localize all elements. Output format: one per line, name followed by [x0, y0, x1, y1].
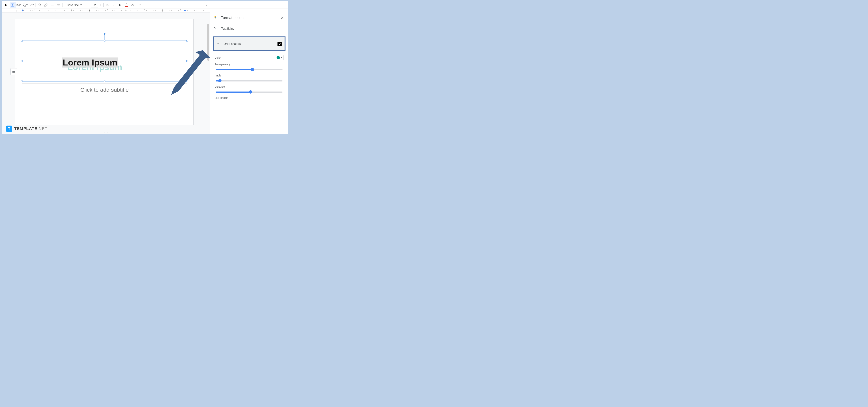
resize-handle[interactable] — [104, 81, 105, 82]
svg-rect-5 — [24, 5, 26, 6]
color-swatch-dot — [277, 56, 280, 59]
drop-shadow-checkbox[interactable] — [278, 42, 282, 46]
chevron-down-icon — [20, 4, 22, 5]
chevron-down-icon — [217, 42, 220, 45]
format-options-icon — [214, 15, 218, 20]
bold-button[interactable]: B — [104, 2, 111, 8]
speaker-notes-toggle[interactable] — [10, 68, 17, 75]
title-text[interactable]: Lorem Ipsum — [62, 58, 118, 67]
resize-handle[interactable] — [21, 40, 23, 41]
select-tool[interactable] — [3, 2, 9, 8]
font-size-increase[interactable] — [98, 2, 102, 8]
resize-handle[interactable] — [21, 81, 23, 82]
drop-shadow-highlight: Drop shadow — [213, 36, 285, 51]
border-color-tool[interactable] — [43, 2, 49, 8]
section-label: Text fitting — [221, 27, 284, 30]
rotation-line — [104, 34, 105, 40]
textbox-tool[interactable]: T — [10, 2, 16, 8]
more-tools[interactable]: ••• — [138, 2, 144, 8]
chevron-down-icon — [281, 57, 282, 58]
resize-handle[interactable] — [186, 40, 188, 41]
watermark: T TEMPLATE.NET — [6, 126, 48, 132]
slide[interactable]: Lorem Ipsum Lorem Ipsum Click to add sub… — [15, 19, 194, 125]
slide-canvas[interactable]: Lorem Ipsum Lorem Ipsum Click to add sub… — [2, 12, 210, 134]
transparency-slider[interactable] — [216, 69, 282, 70]
section-label: Drop shadow — [224, 42, 274, 45]
resize-handle[interactable] — [186, 60, 188, 62]
slider-thumb[interactable] — [249, 90, 252, 94]
ruler-indent-marker[interactable] — [22, 9, 24, 10]
distance-slider[interactable] — [216, 92, 282, 93]
font-name: Russo One — [66, 3, 79, 6]
rotation-handle[interactable] — [103, 33, 105, 35]
shadow-color-row: Color — [215, 55, 284, 60]
subtitle-placeholder[interactable]: Click to add subtitle — [22, 83, 187, 96]
title-textbox[interactable]: Lorem Ipsum Lorem Ipsum — [22, 40, 187, 82]
horizontal-ruler: 123456789 — [2, 9, 210, 12]
border-dash-tool[interactable] — [56, 2, 62, 8]
text-color-button[interactable]: A — [124, 2, 129, 8]
vertical-scrollbar[interactable] — [207, 24, 209, 61]
blur-control: Blur Radius — [215, 96, 284, 99]
svg-rect-19 — [215, 17, 216, 17]
shadow-color-picker[interactable] — [275, 55, 284, 60]
panel-header: Format options — [210, 12, 288, 23]
text-color-bar — [125, 6, 128, 7]
panel-resize-grabber[interactable] — [104, 132, 108, 132]
main-toolbar: T Russo One — [2, 1, 288, 9]
collapse-toolbar[interactable] — [203, 2, 209, 8]
fill-color-tool[interactable] — [37, 2, 42, 8]
watermark-text: TEMPLATE.NET — [14, 126, 48, 131]
font-size-input[interactable] — [91, 3, 98, 7]
transparency-label: Transparency — [215, 63, 284, 66]
transparency-control: Transparency — [215, 63, 284, 70]
drop-shadow-section[interactable]: Drop shadow — [214, 37, 284, 51]
angle-control: Angle — [215, 74, 284, 82]
angle-slider[interactable] — [216, 81, 282, 82]
italic-button[interactable]: I — [111, 2, 117, 8]
image-tool[interactable] — [16, 2, 22, 8]
chevron-down-icon — [80, 4, 82, 5]
separator — [62, 3, 63, 7]
shape-tool[interactable] — [22, 2, 28, 8]
close-panel-button[interactable] — [280, 15, 284, 20]
angle-label: Angle — [215, 74, 284, 77]
svg-text:T: T — [12, 4, 13, 6]
svg-line-6 — [30, 4, 32, 6]
resize-handle[interactable] — [186, 81, 188, 82]
distance-label: Distance — [215, 85, 284, 88]
line-tool[interactable] — [29, 2, 35, 8]
chevron-down-icon — [32, 4, 34, 5]
font-selector[interactable]: Russo One — [64, 2, 84, 8]
font-size-decrease[interactable] — [86, 2, 91, 8]
border-weight-tool[interactable] — [49, 2, 55, 8]
text-fitting-section[interactable]: Text fitting — [214, 23, 284, 34]
chevron-down-icon — [26, 4, 28, 5]
underline-button[interactable]: U — [117, 2, 123, 8]
chevron-right-icon — [214, 27, 218, 30]
slider-thumb[interactable] — [251, 68, 254, 71]
resize-handle[interactable] — [21, 60, 23, 62]
watermark-icon: T — [6, 126, 12, 132]
slider-thumb[interactable] — [218, 79, 221, 83]
highlight-button[interactable] — [130, 2, 136, 8]
separator — [85, 3, 85, 7]
separator — [35, 3, 36, 7]
distance-control: Distance — [215, 85, 284, 93]
color-label: Color — [215, 56, 221, 59]
format-options-panel: Format options Text fitting — [210, 12, 288, 134]
blur-label: Blur Radius — [215, 96, 284, 99]
panel-title: Format options — [221, 15, 277, 20]
svg-rect-20 — [215, 17, 216, 18]
resize-handle[interactable] — [104, 40, 105, 41]
